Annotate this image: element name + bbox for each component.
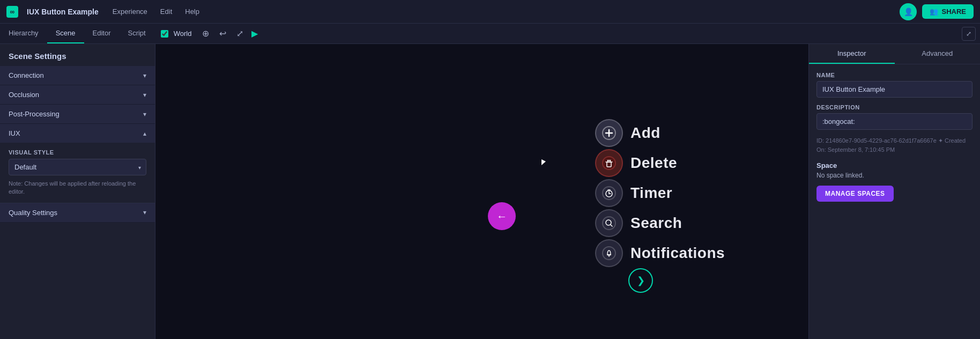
quality-settings-chevron: ▾: [143, 209, 146, 216]
tab-script[interactable]: Script: [119, 24, 154, 43]
main-layout: Scene Settings Connection ▾ Occlusion ▾ …: [0, 44, 980, 339]
quality-settings-section-header[interactable]: Quality Settings ▾: [0, 203, 155, 223]
space-label: Space: [816, 161, 972, 170]
timer-label: Timer: [630, 185, 672, 202]
iux-section-header[interactable]: IUX ▴: [0, 124, 155, 143]
connection-label: Connection: [9, 71, 44, 79]
occlusion-section-header[interactable]: Occlusion ▾: [0, 85, 155, 105]
left-panel: Scene Settings Connection ▾ Occlusion ▾ …: [0, 44, 155, 339]
search-circle: [595, 209, 623, 237]
canvas-menu: Add Delete: [595, 119, 725, 267]
meta-info: ID: 214860e7-90d5-4229-ac76-62d1f7a6667e…: [816, 136, 972, 154]
logo[interactable]: ∞: [6, 6, 18, 18]
iux-label: IUX: [9, 129, 20, 137]
iux-note: Note: Changes will be applied after relo…: [9, 180, 146, 196]
tab-editor[interactable]: Editor: [84, 24, 120, 43]
connection-chevron: ▾: [143, 72, 146, 79]
panel-title: Scene Settings: [0, 44, 155, 66]
occlusion-label: Occlusion: [9, 91, 39, 99]
visual-style-select[interactable]: Default Flat Material: [9, 159, 146, 175]
nav-menu: Experience Edit Help: [107, 5, 205, 18]
toolbar-icons: ⊕ ↩ ⤢: [198, 26, 247, 41]
notifications-circle: [595, 239, 623, 267]
notifications-label: Notifications: [630, 245, 725, 262]
next-icon: ❯: [637, 275, 645, 286]
back-icon: ←: [496, 210, 507, 223]
quality-settings-label: Quality Settings: [9, 209, 57, 217]
logo-icon: ∞: [6, 6, 18, 18]
right-panel: Inspector Advanced Name Description ID: …: [808, 44, 980, 339]
nav-edit[interactable]: Edit: [155, 5, 177, 18]
move-icon[interactable]: ⊕: [198, 26, 213, 41]
topbar: ∞ IUX Button Example Experience Edit Hel…: [0, 0, 980, 24]
share-button[interactable]: 👥 SHARE: [922, 4, 974, 19]
no-space-text: No space linked.: [816, 172, 972, 179]
svg-point-14: [603, 217, 615, 230]
share-icon: 👥: [930, 8, 938, 16]
avatar[interactable]: 👤: [900, 3, 917, 20]
name-field-input[interactable]: [816, 81, 972, 98]
tab-hierarchy[interactable]: Hierarchy: [0, 24, 47, 43]
tab-advanced[interactable]: Advanced: [895, 44, 981, 64]
connection-section-header[interactable]: Connection ▾: [0, 66, 155, 85]
play-button[interactable]: ▶: [251, 28, 258, 39]
right-tab-group: Inspector Advanced: [809, 44, 980, 64]
nav-experience[interactable]: Experience: [107, 5, 153, 18]
name-field-label: Name: [816, 72, 972, 78]
secondbar: Hierarchy Scene Editor Script World ⊕ ↩ …: [0, 24, 980, 44]
delete-circle: [595, 149, 623, 177]
iux-chevron: ▴: [143, 130, 146, 137]
world-area: World: [154, 30, 198, 38]
maximize-button[interactable]: ⤢: [962, 27, 976, 41]
menu-item-search[interactable]: Search: [595, 209, 725, 237]
undo-icon[interactable]: ↩: [215, 26, 230, 41]
search-label: Search: [630, 215, 682, 232]
cursor: [541, 159, 548, 166]
menu-item-notifications[interactable]: Notifications: [595, 239, 725, 267]
post-processing-section-header[interactable]: Post-Processing ▾: [0, 105, 155, 124]
post-processing-chevron: ▾: [143, 110, 146, 118]
world-label: World: [174, 30, 192, 38]
world-checkbox[interactable]: [161, 30, 168, 38]
manage-spaces-button[interactable]: MANAGE SPACES: [816, 186, 894, 202]
delete-label: Delete: [630, 154, 677, 172]
expand-icon[interactable]: ⤢: [232, 26, 247, 41]
menu-item-add[interactable]: Add: [595, 119, 725, 147]
occlusion-chevron: ▾: [143, 91, 146, 99]
secondbar-right: ⤢: [962, 27, 980, 41]
visual-style-wrapper: Default Flat Material ▾: [9, 159, 146, 175]
iux-content: Visual Style Default Flat Material ▾ Not…: [0, 143, 155, 203]
next-button[interactable]: ❯: [628, 268, 653, 293]
post-processing-label: Post-Processing: [9, 110, 60, 118]
visual-style-label: Visual Style: [9, 149, 146, 156]
description-field-label: Description: [816, 104, 972, 110]
description-field-input[interactable]: [816, 113, 972, 130]
svg-point-3: [603, 157, 615, 170]
topbar-right: 👤 👥 SHARE: [900, 3, 974, 20]
tab-inspector[interactable]: Inspector: [809, 44, 895, 64]
share-label: SHARE: [941, 8, 966, 16]
canvas-area[interactable]: ← Add: [155, 44, 808, 339]
inspector-content: Name Description ID: 214860e7-90d5-4229-…: [809, 64, 980, 339]
app-title: IUX Button Example: [27, 8, 99, 16]
tab-scene[interactable]: Scene: [47, 24, 84, 43]
add-circle: [595, 119, 623, 147]
iux-section: IUX ▴ Visual Style Default Flat Material…: [0, 124, 155, 203]
menu-item-timer[interactable]: Timer: [595, 179, 725, 207]
nav-help[interactable]: Help: [180, 5, 205, 18]
menu-item-delete[interactable]: Delete: [595, 149, 725, 177]
svg-point-17: [603, 247, 615, 260]
tab-group: Hierarchy Scene Editor Script: [0, 24, 154, 43]
timer-circle: [595, 179, 623, 207]
add-label: Add: [630, 124, 660, 142]
back-button[interactable]: ←: [488, 202, 516, 230]
